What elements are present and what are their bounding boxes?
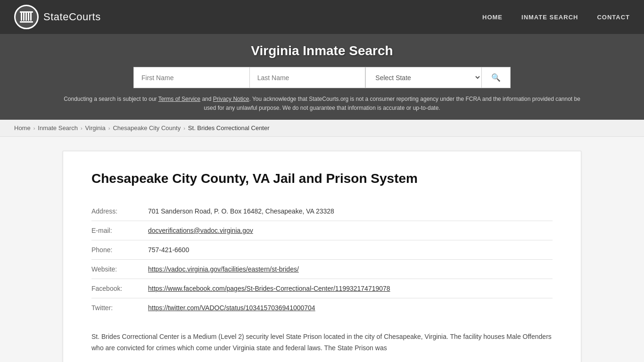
twitter-row: Twitter: https://twitter.com/VADOC/statu…: [91, 298, 553, 317]
logo-text: StateCourts: [43, 11, 101, 23]
address-row: Address: 701 Sanderson Road, P. O. Box 1…: [91, 202, 553, 221]
breadcrumb-sep-1: ›: [33, 125, 35, 131]
breadcrumb-home[interactable]: Home: [14, 124, 31, 132]
logo-icon: [14, 5, 39, 29]
nav-inmate-search[interactable]: INMATE SEARCH: [521, 14, 578, 21]
header-content: StateCourts HOME INMATE SEARCH CONTACT V…: [0, 0, 644, 120]
phone-row: Phone: 757-421-6600: [91, 240, 553, 259]
facebook-value: https://www.facebook.com/pages/St-Brides…: [148, 279, 553, 298]
site-logo[interactable]: StateCourts: [14, 5, 482, 29]
nav-home[interactable]: HOME: [482, 14, 503, 21]
nav-contact[interactable]: CONTACT: [597, 14, 630, 21]
svg-rect-5: [20, 11, 33, 13]
disclaimer-text: Conducting a search is subject to our Te…: [63, 95, 581, 113]
main-content: Chesapeake City County, VA Jail and Pris…: [63, 151, 581, 362]
search-bar: Select State Virginia Maryland 🔍: [133, 67, 511, 88]
breadcrumb-virginia[interactable]: Virginia: [85, 124, 106, 132]
breadcrumb-inmate-search[interactable]: Inmate Search: [38, 124, 78, 132]
terms-link[interactable]: Terms of Service: [158, 96, 200, 102]
facility-info-table: Address: 701 Sanderson Road, P. O. Box 1…: [91, 202, 553, 317]
breadcrumb-county[interactable]: Chesapeake City County: [113, 124, 181, 132]
website-row: Website: https://vadoc.virginia.gov/faci…: [91, 259, 553, 279]
address-label: Address:: [91, 202, 148, 221]
breadcrumb: Home › Inmate Search › Virginia › Chesap…: [0, 120, 644, 137]
first-name-input[interactable]: [133, 67, 249, 88]
website-link[interactable]: https://vadoc.virginia.gov/facilities/ea…: [148, 265, 299, 273]
twitter-value: https://twitter.com/VADOC/status/1034157…: [148, 298, 553, 317]
svg-rect-4: [30, 12, 32, 21]
twitter-link[interactable]: https://twitter.com/VADOC/status/1034157…: [148, 304, 315, 312]
privacy-link[interactable]: Privacy Notice: [213, 96, 249, 102]
facebook-link[interactable]: https://www.facebook.com/pages/St-Brides…: [148, 285, 390, 292]
address-value: 701 Sanderson Road, P. O. Box 16482, Che…: [148, 202, 553, 221]
facebook-row: Facebook: https://www.facebook.com/pages…: [91, 279, 553, 298]
search-section: Virginia Inmate Search Select State Virg…: [0, 34, 644, 120]
website-value: https://vadoc.virginia.gov/facilities/ea…: [148, 259, 553, 279]
svg-rect-6: [20, 21, 33, 23]
svg-rect-3: [28, 12, 29, 21]
breadcrumb-sep-4: ›: [183, 125, 185, 131]
page-title: Virginia Inmate Search: [14, 43, 630, 58]
svg-rect-0: [21, 12, 22, 21]
breadcrumb-sep-3: ›: [108, 125, 110, 131]
phone-value: 757-421-6600: [148, 240, 553, 259]
breadcrumb-sep-2: ›: [81, 125, 83, 131]
columns-icon: [19, 9, 34, 25]
facility-description: St. Brides Correctional Center is a Medi…: [91, 331, 553, 354]
nav-links: HOME INMATE SEARCH CONTACT: [482, 14, 630, 21]
email-value: docverifications@vadoc.virginia.gov: [148, 221, 553, 240]
email-label: E-mail:: [91, 221, 148, 240]
search-button[interactable]: 🔍: [482, 67, 511, 88]
svg-rect-2: [25, 12, 27, 21]
facebook-label: Facebook:: [91, 279, 148, 298]
twitter-label: Twitter:: [91, 298, 148, 317]
facility-title: Chesapeake City County, VA Jail and Pris…: [91, 170, 553, 187]
website-label: Website:: [91, 259, 148, 279]
breadcrumb-current: St. Brides Correctional Center: [188, 124, 270, 132]
email-row: E-mail: docverifications@vadoc.virginia.…: [91, 221, 553, 240]
phone-label: Phone:: [91, 240, 148, 259]
svg-rect-1: [23, 12, 25, 21]
state-select[interactable]: Select State Virginia Maryland: [365, 67, 482, 88]
last-name-input[interactable]: [249, 67, 366, 88]
site-header: StateCourts HOME INMATE SEARCH CONTACT V…: [0, 0, 644, 120]
email-link[interactable]: docverifications@vadoc.virginia.gov: [148, 227, 253, 234]
top-navigation: StateCourts HOME INMATE SEARCH CONTACT: [0, 0, 644, 34]
